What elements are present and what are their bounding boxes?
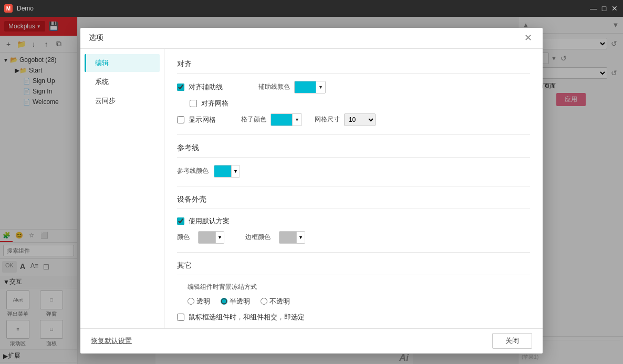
border-color-swatch	[279, 232, 296, 243]
grid-size-select[interactable]: 10	[344, 113, 376, 126]
transparent-radio[interactable]	[188, 298, 194, 305]
window-controls: — □ ✕	[589, 4, 619, 13]
align-section-title: 对齐	[177, 59, 530, 74]
title-bar: M Demo — □ ✕	[0, 0, 623, 17]
modal-body: 编辑 系统 云同步 对齐 对齐辅助线 辅助线颜色 ▼	[80, 49, 543, 328]
grid-color-swatch	[271, 114, 292, 126]
refline-color-arrow[interactable]: ▼	[231, 165, 240, 177]
device-color-arrow[interactable]: ▼	[215, 232, 224, 243]
grid-align-checkbox[interactable]	[190, 100, 197, 107]
mouse-select-row: 鼠标框选组件时，和组件相交，即选定	[177, 313, 530, 322]
device-color-swatch	[199, 232, 215, 243]
app-logo: M	[4, 4, 13, 13]
half-transparent-option[interactable]: 半透明	[221, 297, 250, 306]
modal-header: 选项 ✕	[80, 28, 543, 49]
guide-line-color-arrow[interactable]: ▼	[316, 81, 325, 93]
opaque-option[interactable]: 不透明	[261, 297, 290, 306]
use-default-label: 使用默认方案	[189, 216, 230, 226]
device-shell-divider	[177, 252, 530, 253]
mouse-select-label: 鼠标框选组件时，和组件相交，即选定	[189, 313, 305, 322]
use-default-checkbox[interactable]	[177, 217, 184, 225]
guide-line-color-picker[interactable]: ▼	[294, 81, 326, 93]
grid-color-label: 格子颜色	[241, 115, 266, 124]
transparent-option[interactable]: 透明	[188, 297, 210, 306]
device-shell-section-title: 设备外壳	[177, 195, 530, 209]
minimize-button[interactable]: —	[589, 4, 598, 13]
guide-line-checkbox[interactable]	[177, 84, 184, 91]
refline-color-picker[interactable]: ▼	[214, 165, 240, 178]
modal-footer: 恢复默认设置 关闭	[80, 328, 543, 353]
show-grid-label: 显示网格	[189, 115, 216, 124]
app-layout: Mockplus ▼ 💾 + 📁 ↓ ↑ ⧉ ▼ 📂 Gogobot (28) …	[0, 17, 623, 364]
show-grid-checkbox[interactable]	[177, 116, 184, 123]
refline-color-swatch	[214, 165, 231, 177]
device-color-picker[interactable]: ▼	[198, 231, 224, 244]
mouse-select-checkbox[interactable]	[177, 314, 184, 321]
freeze-label: 编辑组件时背景冻结方式	[177, 283, 530, 292]
half-transparent-radio[interactable]	[221, 298, 227, 305]
guide-line-label: 对齐辅助线	[189, 82, 223, 92]
border-color-picker[interactable]: ▼	[279, 231, 305, 244]
refline-divider	[177, 186, 530, 186]
modal-close-button[interactable]: ✕	[522, 32, 534, 44]
grid-color-arrow[interactable]: ▼	[292, 114, 302, 126]
modal-close-footer-button[interactable]: 关闭	[492, 333, 532, 349]
refline-color-label: 参考线颜色	[177, 167, 209, 175]
align-divider	[177, 134, 530, 135]
other-section-title: 其它	[177, 261, 530, 275]
modal-title: 选项	[89, 33, 103, 43]
options-modal: 选项 ✕ 编辑 系统 云同步 对齐 对齐辅助线 辅助线颜色	[80, 28, 543, 353]
opaque-radio[interactable]	[261, 298, 267, 305]
modal-nav-cloudsync[interactable]: 云同步	[85, 92, 160, 110]
show-grid-row: 显示网格 格子颜色 ▼ 网格尺寸 10	[177, 113, 530, 126]
modal-nav-edit[interactable]: 编辑	[85, 54, 160, 72]
grid-align-label: 对齐网格	[201, 99, 229, 108]
device-shell-colors-row: 颜色 ▼ 边框颜色 ▼	[177, 231, 530, 244]
app-title: Demo	[17, 5, 34, 12]
freeze-options-row: 透明 半透明 不透明	[188, 297, 530, 306]
app-close-button[interactable]: ✕	[610, 4, 619, 13]
modal-sidebar: 编辑 系统 云同步	[80, 49, 164, 328]
modal-overlay: 选项 ✕ 编辑 系统 云同步 对齐 对齐辅助线 辅助线颜色	[0, 17, 623, 364]
maximize-button[interactable]: □	[600, 4, 608, 13]
use-default-row: 使用默认方案	[177, 216, 530, 226]
guide-line-row: 对齐辅助线 辅助线颜色 ▼	[177, 81, 530, 93]
guide-line-color-label: 辅助线颜色	[258, 82, 290, 91]
grid-size-label: 网格尺寸	[315, 115, 340, 124]
modal-main-content: 对齐 对齐辅助线 辅助线颜色 ▼ 对齐网格	[164, 49, 543, 328]
guide-line-color-swatch	[295, 81, 316, 93]
refline-color-row: 参考线颜色 ▼	[177, 165, 530, 178]
restore-defaults-button[interactable]: 恢复默认设置	[91, 336, 132, 346]
grid-align-row: 对齐网格	[190, 99, 530, 108]
modal-nav-system[interactable]: 系统	[85, 73, 160, 91]
grid-color-picker[interactable]: ▼	[271, 113, 302, 126]
border-color-label: 边框颜色	[245, 233, 271, 242]
refline-section-title: 参考线	[177, 143, 530, 158]
border-color-arrow[interactable]: ▼	[296, 232, 305, 243]
device-color-label: 颜色	[177, 233, 190, 242]
